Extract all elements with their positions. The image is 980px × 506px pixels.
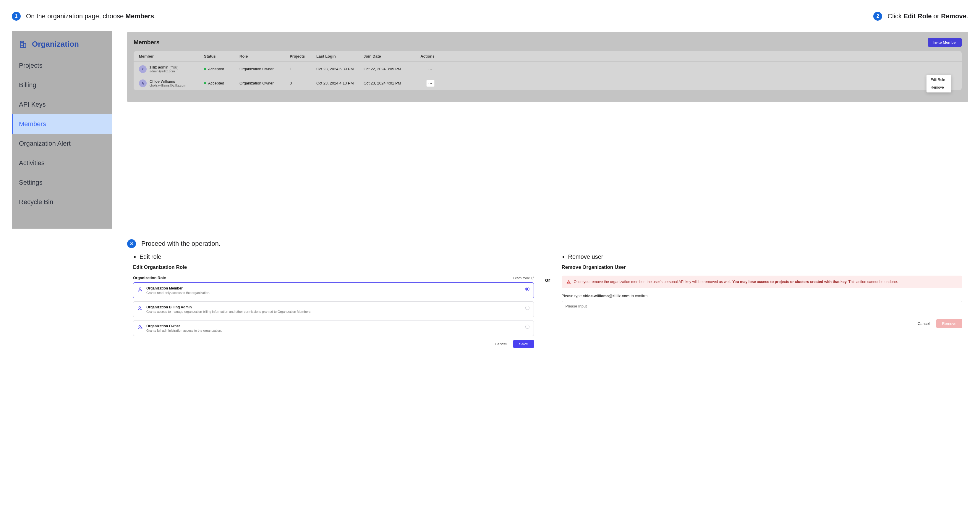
- remove-confirm-button[interactable]: Remove: [936, 319, 962, 328]
- step-2-pre: Click: [888, 13, 904, 20]
- role-option-member[interactable]: Organization Member Grants read-only acc…: [133, 282, 534, 298]
- remove-user-section: Remove user Remove Organization User Onc…: [556, 254, 969, 328]
- last-login: Oct 23, 2024 5:39 PM: [316, 67, 364, 71]
- confirm-email: chloe.williams@zilliz.com: [583, 293, 630, 298]
- step-2-b1: Edit Role: [904, 13, 932, 20]
- warn-bold: You may lose access to projects or clust…: [732, 280, 847, 284]
- organization-icon: [19, 40, 27, 48]
- sidebar-item-members[interactable]: Members: [12, 114, 112, 134]
- role-text: Organization Owner: [239, 67, 290, 71]
- step-2-header: 2 Click Edit Role or Remove.: [873, 12, 968, 21]
- status-dot-icon: [204, 82, 206, 84]
- sidebar-item-activities[interactable]: Activities: [12, 153, 112, 173]
- step-1-text: On the organization page, choose Members…: [26, 13, 156, 20]
- step-1-header: 1 On the organization page, choose Membe…: [12, 12, 156, 21]
- org-header: Organization: [12, 31, 112, 56]
- row-actions-button[interactable]: ···: [426, 65, 434, 73]
- table-header: Member Status Role Projects Last Login J…: [134, 51, 962, 62]
- col-member: Member: [139, 54, 204, 59]
- role-desc: Grants full administration access to the…: [146, 329, 522, 332]
- col-projects: Projects: [290, 54, 316, 59]
- edit-role-dialog-title: Edit Organization Role: [133, 264, 534, 270]
- member-name: zilliz admin: [150, 65, 169, 70]
- step-badge-2: 2: [873, 12, 882, 21]
- warn-pre: Once you remove the organization member,…: [574, 280, 733, 284]
- svg-point-9: [141, 328, 142, 329]
- step-1-bold: Members: [125, 13, 154, 20]
- last-login: Oct 23, 2024 4:13 PM: [316, 81, 364, 86]
- edit-role-cancel-button[interactable]: Cancel: [492, 340, 509, 348]
- remove-cancel-button[interactable]: Cancel: [915, 319, 932, 328]
- avatar: z: [139, 65, 146, 73]
- learn-more-link[interactable]: Learn more: [513, 276, 534, 280]
- members-panel: Members Invite Member Member Status Role…: [127, 32, 968, 102]
- step-1-pre: On the organization page, choose: [26, 13, 125, 20]
- col-role: Role: [239, 54, 290, 59]
- status-text: Accepted: [208, 67, 224, 71]
- edit-role-bullet: Edit role: [140, 254, 534, 260]
- sidebar: Organization Projects Billing API Keys M…: [12, 31, 112, 228]
- or-separator: or: [540, 277, 556, 283]
- sidebar-item-projects[interactable]: Projects: [12, 56, 112, 75]
- user-icon: [137, 287, 143, 292]
- col-actions: Actions: [411, 54, 434, 59]
- status-dot-icon: [204, 68, 206, 70]
- member-you-tag: (You): [169, 65, 178, 70]
- learn-more-text: Learn more: [513, 276, 530, 280]
- step-badge-3: 3: [127, 239, 136, 248]
- dropdown-edit-role[interactable]: Edit Role: [926, 76, 951, 84]
- role-desc: Grants access to manage organization bil…: [146, 310, 522, 313]
- step-1-post: .: [154, 13, 156, 20]
- step-2-b2: Remove: [941, 13, 966, 20]
- radio-selected-icon: [525, 287, 530, 291]
- sidebar-item-settings[interactable]: Settings: [12, 173, 112, 192]
- sidebar-item-organization-alert[interactable]: Organization Alert: [12, 134, 112, 153]
- confirm-post: to confirm.: [630, 293, 649, 298]
- step-3-text: Proceed with the operation.: [141, 240, 221, 247]
- step-2-mid: or: [932, 13, 941, 20]
- svg-point-6: [139, 288, 141, 289]
- svg-point-7: [139, 307, 141, 308]
- member-name: Chloe Williams: [150, 79, 175, 84]
- sidebar-item-billing[interactable]: Billing: [12, 75, 112, 95]
- org-role-label: Organization Role: [133, 276, 166, 280]
- radio-unselected-icon: [525, 325, 530, 329]
- member-email: chole.williams@zilliz.com: [150, 84, 186, 87]
- confirm-email-input[interactable]: [562, 301, 963, 311]
- radio-unselected-icon: [525, 306, 530, 310]
- remove-user-bullet: Remove user: [568, 254, 963, 260]
- members-table: Member Status Role Projects Last Login J…: [134, 51, 962, 90]
- table-row: A Chloe Williams chole.williams@zilliz.c…: [134, 76, 962, 90]
- role-name: Organization Billing Admin: [146, 305, 522, 309]
- member-email: admin@zilliz.com: [150, 70, 178, 73]
- dropdown-remove[interactable]: Remove: [926, 84, 951, 91]
- join-date: Oct 23, 2024 4:01 PM: [364, 81, 411, 86]
- row-actions-button[interactable]: ···: [426, 80, 434, 87]
- sidebar-item-api-keys[interactable]: API Keys: [12, 95, 112, 114]
- org-title: Organization: [32, 40, 79, 49]
- projects-count: 0: [290, 81, 316, 86]
- members-title: Members: [134, 39, 160, 46]
- projects-count: 1: [290, 67, 316, 71]
- role-desc: Grants read-only access to the organizat…: [146, 291, 522, 295]
- user-billing-icon: [137, 306, 143, 311]
- step-2-post: .: [966, 13, 968, 20]
- col-status: Status: [204, 54, 239, 59]
- invite-member-button[interactable]: Invite Member: [928, 38, 962, 47]
- role-option-owner[interactable]: Organization Owner Grants full administr…: [133, 320, 534, 336]
- edit-role-save-button[interactable]: Save: [513, 340, 534, 348]
- sidebar-item-recycle-bin[interactable]: Recycle Bin: [12, 192, 112, 212]
- step-3-header: 3 Proceed with the operation.: [127, 239, 968, 248]
- col-join-date: Join Date: [364, 54, 411, 59]
- table-row: z zilliz admin (You) admin@zilliz.com Ac…: [134, 62, 962, 76]
- role-text: Organization Owner: [239, 81, 290, 86]
- actions-dropdown: Edit Role Remove: [926, 75, 951, 92]
- role-name: Organization Owner: [146, 324, 522, 328]
- external-link-icon: [531, 276, 534, 279]
- warning-icon: [566, 280, 571, 284]
- confirm-pre: Please type: [562, 293, 583, 298]
- user-owner-icon: [137, 325, 143, 330]
- svg-point-8: [139, 325, 141, 327]
- remove-user-dialog-title: Remove Organization User: [562, 264, 963, 270]
- role-option-billing-admin[interactable]: Organization Billing Admin Grants access…: [133, 301, 534, 317]
